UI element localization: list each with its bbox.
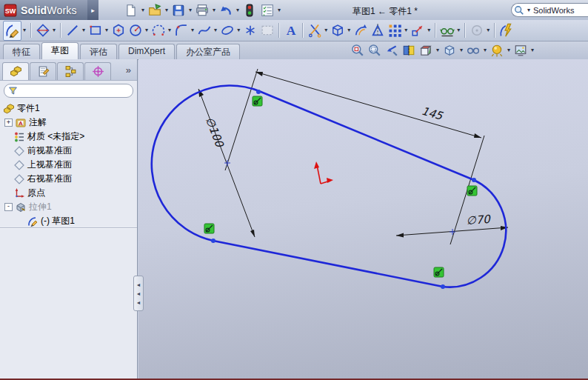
tree-item-annotations[interactable]: + A 注解	[2, 116, 137, 130]
point-button[interactable]	[241, 21, 258, 40]
line-dropdown-caret[interactable]: ▾	[82, 27, 85, 33]
section-view-button[interactable]	[401, 42, 417, 59]
menu-flyout-button[interactable]: ▸	[87, 0, 98, 20]
display-style-dropdown-caret[interactable]: ▾	[460, 47, 463, 53]
rectangle-button[interactable]	[87, 21, 104, 40]
rectangle-dropdown-caret[interactable]: ▾	[105, 27, 108, 33]
panel-splitter[interactable]	[0, 227, 137, 228]
move-dropdown-caret[interactable]: ▾	[427, 27, 430, 33]
dimension-dropdown-caret[interactable]: ▾	[53, 27, 56, 33]
edit-appearance-button[interactable]	[489, 42, 505, 59]
linear-sketch-pattern-button[interactable]	[386, 21, 403, 40]
move-entities-button[interactable]	[409, 21, 426, 40]
sketch-tool-button[interactable]	[3, 21, 21, 41]
line-button[interactable]	[64, 21, 81, 40]
tab-dimxpert[interactable]: DimXpert	[118, 44, 175, 59]
search-input-value[interactable]: SolidWorks	[533, 6, 574, 15]
save-button[interactable]	[170, 1, 187, 19]
dimension-phi70-label[interactable]: ∅70	[466, 213, 492, 227]
dimension-phi100-label[interactable]: ∅100	[203, 116, 227, 150]
appearance-dropdown-caret[interactable]: ▾	[507, 47, 510, 53]
hide-show-items-button[interactable]	[465, 42, 481, 59]
open-button[interactable]	[146, 1, 164, 19]
apply-scene-button[interactable]	[512, 42, 529, 59]
display-style-button[interactable]	[441, 42, 458, 59]
trim-dropdown-caret[interactable]: ▾	[324, 27, 327, 33]
sketch-fillet-button[interactable]	[173, 21, 190, 40]
print-dropdown-caret[interactable]: ▾	[213, 7, 216, 13]
save-dropdown-caret[interactable]: ▾	[189, 7, 192, 13]
tree-item-top-plane[interactable]: 上视基准面	[2, 158, 137, 172]
tab-evaluate[interactable]: 评估	[80, 44, 117, 59]
tree-item-origin[interactable]: 原点	[2, 186, 137, 200]
new-document-button[interactable]	[122, 1, 140, 19]
search-scope-caret[interactable]: ▾	[527, 7, 530, 13]
options-button[interactable]	[258, 1, 276, 19]
print-button[interactable]	[193, 1, 211, 19]
tab-configurationmanager[interactable]	[57, 62, 84, 80]
display-relations-button[interactable]	[438, 21, 455, 40]
smart-dimension-button[interactable]	[34, 21, 51, 40]
mirror-entities-button[interactable]	[369, 21, 386, 40]
rapid-sketch-button[interactable]	[498, 21, 515, 40]
polygon-button[interactable]	[110, 21, 127, 40]
tree-item-extrude1[interactable]: - 拉伸1	[2, 200, 137, 214]
trim-entities-button[interactable]	[306, 21, 323, 40]
expand-toggle[interactable]: -	[4, 203, 13, 211]
tree-filter-input[interactable]	[20, 85, 133, 96]
offset-entities-button[interactable]	[352, 21, 369, 40]
fillet-dropdown-caret[interactable]: ▾	[191, 27, 194, 33]
options-dropdown-caret[interactable]: ▾	[278, 7, 281, 13]
tab-office-products[interactable]: 办公室产品	[176, 44, 240, 59]
tab-features[interactable]: 特征	[3, 44, 40, 59]
circle-dropdown-caret[interactable]: ▾	[145, 27, 148, 33]
tab-sketch[interactable]: 草图	[41, 42, 78, 59]
panel-collapse-handle[interactable]: ◄ ◄ ◄	[133, 276, 144, 311]
relations-dropdown-caret[interactable]: ▾	[457, 27, 460, 33]
tree-item-front-plane[interactable]: 前视基准面	[2, 144, 137, 158]
ellipse-dropdown-caret[interactable]: ▾	[237, 27, 240, 33]
spline-button[interactable]	[196, 21, 213, 40]
search-box[interactable]: ▾ SolidWorks	[511, 3, 588, 17]
hide-show-dropdown-caret[interactable]: ▾	[484, 47, 487, 53]
text-button[interactable]: A	[282, 21, 299, 40]
tangent-constraint-icon[interactable]	[434, 267, 444, 277]
origin-triad[interactable]	[314, 161, 333, 184]
tree-item-part[interactable]: 零件1	[2, 101, 137, 116]
scene-dropdown-caret[interactable]: ▾	[531, 47, 534, 53]
tree-item-sketch1[interactable]: (-) 草图1	[2, 214, 137, 228]
expand-toggle[interactable]: +	[4, 119, 13, 127]
slot-profile-curve[interactable]	[152, 85, 506, 287]
pattern-dropdown-caret[interactable]: ▾	[404, 27, 407, 33]
convert-dropdown-caret[interactable]: ▾	[347, 27, 350, 33]
panel-expand-chevron[interactable]: »	[126, 64, 131, 76]
previous-view-button[interactable]	[384, 42, 400, 59]
tangent-constraint-icon[interactable]	[467, 186, 477, 196]
sketch-dropdown-caret[interactable]: ▾	[23, 27, 26, 33]
tree-filter-box[interactable]	[4, 84, 133, 98]
tab-featuremanager-tree[interactable]	[2, 62, 29, 80]
circle-button[interactable]	[127, 21, 144, 40]
plane-button-disabled[interactable]	[258, 21, 275, 40]
undo-dropdown-caret[interactable]: ▾	[236, 7, 239, 13]
new-dropdown-caret[interactable]: ▾	[141, 7, 144, 13]
spline-dropdown-caret[interactable]: ▾	[214, 27, 217, 33]
undo-button[interactable]	[217, 1, 235, 19]
tree-item-right-plane[interactable]: 右视基准面	[2, 172, 137, 186]
tab-dimxpertmanager[interactable]	[84, 62, 111, 80]
repair-dropdown-caret[interactable]: ▾	[487, 27, 490, 33]
open-dropdown-caret[interactable]: ▾	[165, 7, 168, 13]
view-orientation-button[interactable]	[418, 42, 434, 59]
tangent-constraint-icon[interactable]	[204, 224, 214, 233]
dimension-145-label[interactable]: 145	[420, 104, 445, 124]
tab-propertymanager[interactable]	[30, 62, 56, 80]
rebuild-button[interactable]	[241, 1, 258, 19]
ellipse-button[interactable]	[218, 21, 235, 40]
repair-sketch-button-disabled[interactable]	[468, 21, 485, 40]
centerpoint-arc-button[interactable]	[150, 21, 167, 40]
arc-dropdown-caret[interactable]: ▾	[168, 27, 171, 33]
tangent-constraint-icon[interactable]	[253, 96, 262, 106]
convert-entities-button[interactable]	[329, 21, 346, 40]
tree-item-material[interactable]: 材质 <未指定>	[2, 130, 137, 144]
graphics-area[interactable]: ∅100 145 ∅70	[138, 59, 588, 379]
